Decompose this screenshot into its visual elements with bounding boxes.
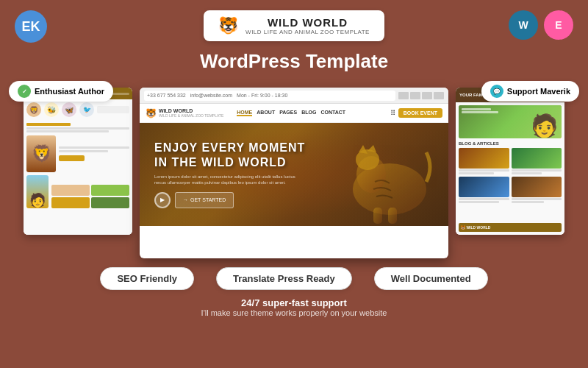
grid-icon: ⠿	[390, 109, 395, 117]
tiger-silhouette-svg	[331, 138, 434, 226]
nav-tiger-icon: 🐯	[146, 108, 157, 118]
highlight-line	[26, 123, 71, 126]
nav-pages: PAGES	[279, 110, 297, 116]
website-logo: 🐯 WILD WORLD WILD LIFE & ANIMAL ZOO TEMP…	[146, 108, 223, 118]
docs-label: Well Documented	[391, 273, 471, 284]
left-text-content: 🦁 🧑	[24, 120, 132, 235]
logo-text-block: WILD WORLD WILD LIFE AND ANIMAL ZOO TEMP…	[245, 16, 370, 35]
lion-text-2	[59, 150, 108, 152]
article-text-2b	[512, 172, 542, 174]
lion-btn	[59, 155, 85, 161]
ek-label: EK	[21, 19, 40, 35]
page-title: WordPress Template	[0, 47, 588, 80]
main-content: 🦁 🐝 🦋 🐦 🦁	[0, 88, 588, 258]
nav-home: HOME	[237, 110, 252, 116]
sr-section-title: BLOG & ARTICLES	[459, 141, 562, 146]
hero-buttons: ▶ → GET STARTED	[154, 192, 316, 208]
tiger-icon: 🐯	[218, 16, 238, 35]
start-label: GET STARTED	[190, 197, 226, 202]
svg-rect-6	[388, 208, 397, 224]
wp-label: W	[518, 19, 528, 31]
article-img-2	[512, 148, 562, 169]
lion-text-1	[59, 146, 129, 149]
logo-subtitle: WILD LIFE AND ANIMAL ZOO TEMPLATE	[245, 29, 370, 35]
screenshot-right: YOUR FAMILY TESTIMONIALS 🧑 BLOG & ARTICL…	[456, 88, 564, 235]
article-text-4b	[512, 201, 545, 203]
article-text-1b	[459, 172, 494, 174]
sr-logo-bar: 🐯 WILD WORLD	[459, 223, 562, 232]
stat-1	[51, 185, 90, 196]
logo-title: WILD WORLD	[245, 16, 370, 29]
el-label: E	[555, 19, 562, 31]
placeholder-bar	[97, 106, 129, 113]
article-1	[459, 148, 509, 174]
article-text-4	[512, 198, 562, 200]
sr-logo-text: 🐯 WILD WORLD	[461, 225, 490, 230]
nav-about: ABOUT	[257, 110, 275, 116]
hero-section: ENJOY EVERY MOMENT IN THE WILD WORLD Lor…	[140, 123, 448, 226]
stat-3	[51, 197, 90, 208]
nav-contact: CONTACT	[320, 110, 345, 116]
nav-blog: BLOG	[301, 110, 316, 116]
article-img-1	[459, 148, 509, 169]
center-logo: 🐯 WILD WORLD WILD LIFE AND ANIMAL ZOO TE…	[204, 10, 384, 41]
get-started-button[interactable]: → GET STARTED	[175, 192, 234, 208]
sr-hero-image: 🧑	[459, 105, 562, 138]
ek-logo: EK	[15, 10, 47, 43]
nav-items: HOME ABOUT PAGES BLOG CONTACT	[237, 110, 384, 116]
nav-logo-title: WILD WORLD	[159, 108, 223, 113]
person-silhouette: 🧑	[531, 113, 558, 138]
lion-section: 🦁	[26, 135, 129, 172]
translate-badge: Translate Press Ready	[216, 267, 352, 290]
stat-bars	[51, 185, 129, 208]
lion-text	[59, 135, 129, 172]
animal-icon-1: 🦁	[26, 102, 41, 117]
book-event-button[interactable]: BOOK EVENT	[398, 108, 442, 118]
stat-2	[91, 185, 129, 196]
feature-badges: SEO Friendly Translate Press Ready Well …	[0, 258, 588, 294]
right-icons: W E	[509, 10, 573, 40]
hero-title: ENJOY EVERY MOMENT IN THE WILD WORLD	[154, 141, 316, 169]
hero-desc: Lorem ipsum dolor sit amet, consectetur …	[154, 174, 301, 186]
svg-point-2	[356, 149, 379, 170]
article-4	[512, 177, 562, 203]
seo-badge: SEO Friendly	[100, 267, 194, 290]
sr-article-section: BLOG & ARTICLES	[459, 141, 562, 220]
stat-4	[91, 197, 129, 208]
support-subtitle: I'll make sure theme works properly on y…	[0, 308, 588, 317]
website-nav: 🐯 WILD WORLD WILD LIFE & ANIMAL ZOO TEMP…	[140, 104, 448, 123]
article-3	[459, 177, 509, 203]
sr-content: 🧑 BLOG & ARTICLES	[456, 102, 564, 235]
author-badge-icon: ✓	[18, 85, 31, 98]
support-text: 24/7 super-fast support I'll make sure t…	[0, 294, 588, 320]
article-text-2	[512, 169, 562, 171]
hero-text-block: ENJOY EVERY MOMENT IN THE WILD WORLD Lor…	[154, 141, 316, 208]
nav-logo-sub: WILD LIFE & ANIMAL ZOO TEMPLATE	[159, 113, 223, 118]
text-line-1	[26, 127, 129, 130]
translate-label: Translate Press Ready	[233, 273, 335, 284]
support-badge-icon: 💬	[490, 85, 503, 98]
author-badge: ✓ Enthusiast Author	[9, 81, 113, 102]
lion-image: 🦁	[26, 135, 56, 172]
animal-icon-3: 🦋	[62, 102, 76, 117]
arrow-icon: →	[183, 197, 188, 202]
left-inner: 🦁 🐝 🦋 🐦 🦁	[24, 88, 132, 235]
screenshot-center: +33 677 554 332 info@website.com Mon - F…	[140, 88, 448, 258]
side-badges: ✓ Enthusiast Author 💬 Support Maverik	[0, 81, 588, 102]
support-badge-label: Support Maverik	[507, 87, 570, 96]
article-text-1	[459, 169, 509, 171]
article-2	[512, 148, 562, 174]
text-line-2	[26, 130, 109, 132]
play-button[interactable]: ▶	[154, 192, 171, 208]
nav-logo-text-block: WILD WORLD WILD LIFE & ANIMAL ZOO TEMPLA…	[159, 108, 223, 118]
elementor-icon: E	[544, 10, 573, 40]
stats-section: 🧑	[26, 175, 129, 208]
svg-rect-5	[373, 208, 382, 224]
nav-right: ⠿ BOOK EVENT	[390, 108, 442, 118]
text-2	[462, 111, 498, 113]
person-image: 🧑	[26, 175, 49, 208]
seo-label: SEO Friendly	[117, 273, 177, 284]
svg-marker-3	[359, 145, 368, 154]
article-img-3	[459, 177, 509, 197]
screenshot-left: 🦁 🐝 🦋 🐦 🦁	[24, 88, 132, 235]
